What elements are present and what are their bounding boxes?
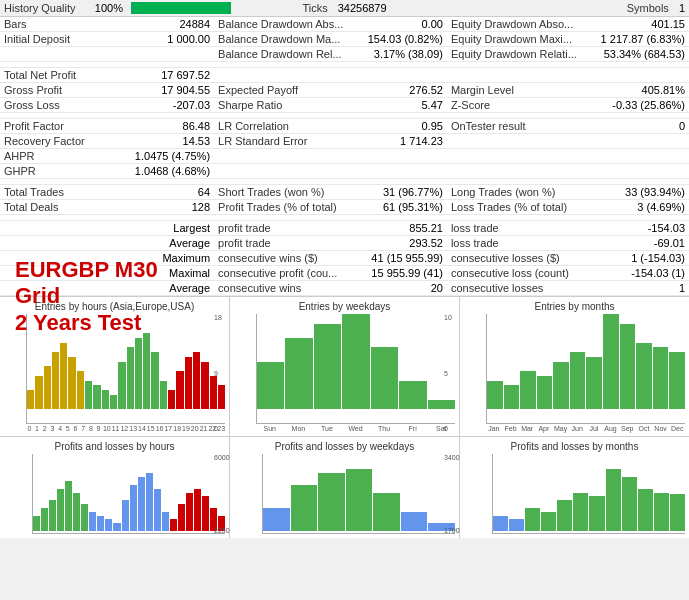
bar — [135, 338, 142, 409]
profit-bar — [291, 485, 318, 531]
col2-value: 61 (95.31%) — [364, 200, 447, 215]
table-row: Average profit trade 293.52 loss trade -… — [0, 236, 689, 251]
header-row: History Quality 100% Ticks 34256879 Symb… — [0, 0, 689, 17]
col3-label: consecutive loss (count) — [447, 266, 597, 281]
col2-label: Sharpe Ratio — [214, 98, 364, 113]
profit-bar — [622, 477, 637, 531]
ticks-value: 34256879 — [338, 2, 387, 14]
bar — [27, 390, 34, 409]
col2-label — [214, 68, 364, 83]
bar — [44, 366, 51, 409]
col2-value: 293.52 — [364, 236, 447, 251]
col1-value: Average — [119, 236, 214, 251]
profit-bar — [346, 469, 373, 531]
overlay-line3: 2 Years Test — [15, 310, 158, 336]
stats-table: Bars 24884 Balance Drawdown Abs... 0.00 … — [0, 17, 689, 296]
profit-weekdays-panel: Profits and losses by weekdays 6000 2250 — [230, 437, 460, 538]
col1-label: GHPR — [0, 164, 119, 179]
col3-label: Z-Score — [447, 98, 597, 113]
profit-bar — [202, 496, 209, 531]
bar — [102, 390, 109, 409]
col1-label: AHPR — [0, 149, 119, 164]
overlay-text: EURGBP M30 Grid 2 Years Test — [15, 257, 158, 336]
bar — [285, 338, 312, 409]
profit-bar — [263, 508, 290, 531]
col3-value: 1 — [597, 281, 689, 296]
entries-weekdays-title: Entries by weekdays — [234, 301, 455, 312]
col2-value: 5.47 — [364, 98, 447, 113]
profit-bar — [509, 519, 524, 531]
col3-label — [447, 134, 597, 149]
profit-weekdays-title: Profits and losses by weekdays — [234, 441, 455, 452]
profit-bar — [154, 489, 161, 531]
col1-value: 128 — [119, 200, 214, 215]
profit-months-bars — [492, 454, 685, 534]
col1-value: 1.0475 (4.75%) — [119, 149, 214, 164]
bar — [60, 343, 67, 410]
entries-months-xlabels: JanFebMarAprMayJunJulAugSepOctNovDec — [486, 425, 685, 432]
col2-label: consecutive profit (cou... — [214, 266, 364, 281]
col1-label: Total Trades — [0, 185, 119, 200]
table-row: Gross Loss -207.03 Sharpe Ratio 5.47 Z-S… — [0, 98, 689, 113]
col1-label: Recovery Factor — [0, 134, 119, 149]
col1-value: 24884 — [119, 17, 214, 32]
bar — [160, 381, 167, 410]
col1-value: 17 904.55 — [119, 83, 214, 98]
col1-label — [0, 221, 119, 236]
entries-months-bars-wrap: JanFebMarAprMayJunJulAugSepOctNovDec — [486, 314, 685, 432]
col1-value: 86.48 — [119, 119, 214, 134]
table-row: Bars 24884 Balance Drawdown Abs... 0.00 … — [0, 17, 689, 32]
bar — [201, 362, 208, 410]
col2-value: 20 — [364, 281, 447, 296]
main-container: History Quality 100% Ticks 34256879 Symb… — [0, 0, 689, 538]
col2-value — [364, 164, 447, 179]
profit-bar — [41, 508, 48, 531]
ticks-cell: Ticks 34256879 — [231, 2, 458, 14]
bar — [603, 314, 619, 409]
col2-value: 41 (15 955.99) — [364, 251, 447, 266]
col2-label: Balance Drawdown Ma... — [214, 32, 364, 47]
profit-weekdays-ylabels: 6000 2250 — [214, 454, 230, 534]
bar — [586, 357, 602, 409]
profit-bar — [525, 508, 540, 531]
bar — [620, 324, 636, 410]
table-row: Profit Factor 86.48 LR Correlation 0.95 … — [0, 119, 689, 134]
col2-label: LR Standard Error — [214, 134, 364, 149]
profit-bar — [541, 512, 556, 531]
profit-hours-panel: Profits and losses by hours 3500 1750 — [0, 437, 230, 538]
profit-months-title: Profits and losses by months — [464, 441, 685, 452]
bar — [553, 362, 569, 410]
profit-bar — [194, 489, 201, 531]
col2-label: consecutive wins — [214, 281, 364, 296]
col2-value: 0.00 — [364, 17, 447, 32]
entries-months-title: Entries by months — [464, 301, 685, 312]
entries-hours-xlabels: 01234567891011121314151617181920212223 — [26, 425, 225, 432]
profit-bar — [606, 469, 621, 531]
bar — [35, 376, 42, 409]
col3-label — [447, 149, 597, 164]
bar — [118, 362, 125, 410]
profit-bar — [170, 519, 177, 531]
col2-label: profit trade — [214, 236, 364, 251]
profit-bar — [638, 489, 653, 531]
table-row: GHPR 1.0468 (4.68%) — [0, 164, 689, 179]
bar — [636, 343, 652, 410]
profit-weekdays-bars-wrap — [262, 454, 455, 534]
profit-months-chart: 3400 1700 — [464, 454, 685, 534]
col3-label: consecutive losses ($) — [447, 251, 597, 266]
col2-label: LR Correlation — [214, 119, 364, 134]
bar — [520, 371, 536, 409]
col1-label: Gross Loss — [0, 98, 119, 113]
symbols-label: Symbols — [627, 2, 669, 14]
bar — [168, 390, 175, 409]
col3-value: -69.01 — [597, 236, 689, 251]
col2-value — [364, 149, 447, 164]
entries-months-ylabels: 10 5 0 — [444, 314, 452, 432]
profit-bar — [573, 493, 588, 532]
profit-bar — [97, 516, 104, 531]
col3-label: Equity Drawdown Maxi... — [447, 32, 597, 47]
bar — [537, 376, 553, 409]
col3-label — [447, 68, 597, 83]
col3-value — [597, 134, 689, 149]
entries-weekdays-ylabels: 18 9 0 — [214, 314, 222, 432]
